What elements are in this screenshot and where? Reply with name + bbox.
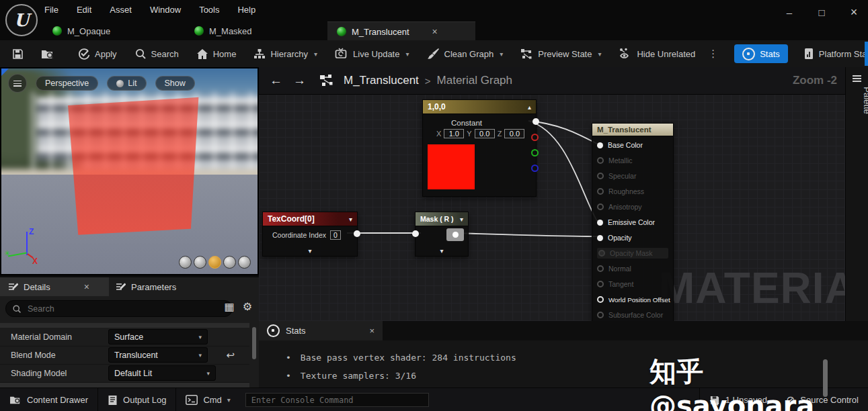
details-search-input[interactable] xyxy=(26,304,197,314)
apply-button[interactable]: Apply xyxy=(69,40,126,67)
node-constant[interactable]: 1,0,0 ▴ Constant X 1.0 Y 0.0 Z 0.0 xyxy=(422,99,537,197)
constant-g-pin[interactable] xyxy=(531,149,539,156)
constant-b-pin[interactable] xyxy=(531,165,539,172)
stats-toggle-button[interactable]: Stats xyxy=(734,44,788,63)
pin-opacity[interactable]: Opacity xyxy=(597,232,672,243)
nav-forward-button[interactable]: → xyxy=(293,73,306,88)
tab-m-masked[interactable]: M_Masked xyxy=(194,21,252,40)
show-label: Show xyxy=(165,79,186,88)
breadcrumb-asset[interactable]: M_Translucent xyxy=(344,74,419,87)
cmd-dropdown[interactable]: Cmd ▾ xyxy=(176,388,239,411)
live-update-button[interactable]: Live Update ▾ xyxy=(326,40,418,67)
save-button[interactable] xyxy=(0,40,32,67)
shape-cylinder-button[interactable] xyxy=(179,256,192,269)
x-value-field[interactable]: 1.0 xyxy=(444,129,464,138)
minimize-button[interactable]: – xyxy=(782,7,797,18)
pin-specular[interactable]: Specular xyxy=(597,171,672,181)
output-log-icon xyxy=(108,395,118,406)
pin-subsurface-color[interactable]: Subsurface Color xyxy=(597,310,672,320)
menu-edit[interactable]: Edit xyxy=(77,5,91,15)
y-value-field[interactable]: 0.0 xyxy=(475,129,495,138)
browse-button[interactable] xyxy=(32,40,63,67)
graph-header: ← → M_Translucent > Material Graph xyxy=(259,67,846,95)
pin-tangent[interactable]: Tangent xyxy=(597,279,672,289)
node-mask[interactable]: Mask ( R ) ▾ ▾ xyxy=(415,212,469,257)
z-value-field[interactable]: 0.0 xyxy=(504,129,524,138)
collapse-icon[interactable]: ▾ xyxy=(349,216,352,223)
menu-help[interactable]: Help xyxy=(237,5,255,15)
collapse-icon[interactable]: ▾ xyxy=(460,216,463,223)
tab-details[interactable]: Details × xyxy=(0,277,109,296)
tab-m-translucent[interactable]: M_Translucent × xyxy=(327,21,475,41)
pin-opacity-mask[interactable]: Opacity Mask xyxy=(597,248,668,259)
clean-graph-button[interactable]: Clean Graph ▾ xyxy=(418,40,512,67)
menu-tools[interactable]: Tools xyxy=(199,5,219,15)
home-button[interactable]: Home xyxy=(188,40,245,67)
display-filter-icon[interactable]: ▦ xyxy=(225,300,235,313)
details-tab-close-icon[interactable]: × xyxy=(84,281,89,292)
menu-file[interactable]: File xyxy=(44,5,58,15)
tab-close-icon[interactable]: × xyxy=(432,26,438,37)
tab-parameters[interactable]: Parameters xyxy=(108,277,184,296)
shape-plane-button[interactable] xyxy=(208,256,221,269)
expand-icon[interactable]: ▾ xyxy=(263,247,357,255)
viewport-menu-button[interactable] xyxy=(8,74,27,93)
search-button[interactable]: Search xyxy=(126,40,188,67)
menu-window[interactable]: Window xyxy=(150,5,181,15)
lit-button[interactable]: Lit xyxy=(107,76,146,91)
reset-to-default-icon[interactable]: ↩ xyxy=(226,349,235,361)
texcoord-output-pin[interactable] xyxy=(354,230,360,237)
pin-world-position-offset[interactable]: World Position Offset xyxy=(597,294,672,305)
mask-output-pin[interactable] xyxy=(446,228,464,241)
perspective-button[interactable]: Perspective xyxy=(36,76,98,91)
shape-mesh-button[interactable] xyxy=(238,256,251,269)
platform-stats-button[interactable]: Platform Stats xyxy=(795,40,868,67)
stats-close-icon[interactable]: × xyxy=(369,326,374,336)
preview-viewport[interactable]: Perspective Lit Show Z ✳ X xyxy=(0,67,259,275)
node-result-m-translucent[interactable]: M_Translucent Base Color Metallic Specul… xyxy=(592,123,674,322)
x-label: X xyxy=(436,130,441,138)
node-texcoord[interactable]: TexCoord[0] ▾ Coordinate Index 0 ▾ xyxy=(262,212,358,257)
nav-back-button[interactable]: ← xyxy=(270,73,282,88)
pin-icon xyxy=(597,142,603,148)
pin-anisotropy[interactable]: Anisotropy xyxy=(597,201,672,212)
shape-sphere-button[interactable] xyxy=(194,256,206,269)
axis-y-end: ✳ xyxy=(4,249,10,258)
pin-normal[interactable]: Normal xyxy=(597,263,672,274)
constant-output-pin[interactable] xyxy=(532,118,539,125)
pin-roughness[interactable]: Roughness xyxy=(597,186,672,197)
show-button[interactable]: Show xyxy=(155,76,195,91)
blend-mode-dropdown[interactable]: Translucent ▾ xyxy=(108,347,208,363)
output-log-button[interactable]: Output Log xyxy=(98,388,175,411)
title-bar: U File Edit Asset Window Tools Help – □ … xyxy=(0,0,868,40)
mask-input-pin[interactable] xyxy=(412,230,419,237)
settings-gear-icon[interactable]: ⚙ xyxy=(243,300,252,313)
shading-model-dropdown[interactable]: Default Lit ▾ xyxy=(108,365,216,381)
maximize-button[interactable]: □ xyxy=(814,7,829,18)
bullet-icon: • xyxy=(286,371,291,381)
expand-icon[interactable]: ▾ xyxy=(416,247,468,255)
coordinate-index-field[interactable]: 0 xyxy=(330,230,341,240)
hide-unrelated-button[interactable]: Hide Unrelated xyxy=(610,40,704,67)
console-command-input[interactable] xyxy=(245,393,429,407)
details-scrollbar[interactable] xyxy=(252,327,256,359)
preview-state-button[interactable]: Preview State ▾ xyxy=(512,40,610,67)
shape-cube-button[interactable] xyxy=(223,256,236,269)
details-icon xyxy=(8,282,18,292)
content-drawer-button[interactable]: Content Drawer xyxy=(0,388,97,411)
pin-base-color[interactable]: Base Color xyxy=(597,140,672,150)
pin-icon xyxy=(597,281,604,287)
tab-m-opaque[interactable]: M_Opaque xyxy=(52,21,110,40)
pin-emissive-color[interactable]: Emissive Color xyxy=(597,217,672,228)
hierarchy-button[interactable]: Hierarchy ▾ xyxy=(245,40,326,67)
menu-asset[interactable]: Asset xyxy=(110,5,132,15)
pin-metallic[interactable]: Metallic xyxy=(597,155,672,166)
material-domain-dropdown[interactable]: Surface ▾ xyxy=(108,329,208,345)
collapse-icon[interactable]: ▴ xyxy=(528,103,531,111)
toolbar-overflow-button[interactable]: ⋮ xyxy=(704,48,722,60)
stats-tab[interactable]: Stats × xyxy=(259,321,383,340)
close-button[interactable]: × xyxy=(846,5,861,19)
lit-sphere-icon xyxy=(116,80,124,87)
breadcrumb-graph[interactable]: Material Graph xyxy=(437,74,512,87)
constant-r-pin[interactable] xyxy=(531,134,539,141)
